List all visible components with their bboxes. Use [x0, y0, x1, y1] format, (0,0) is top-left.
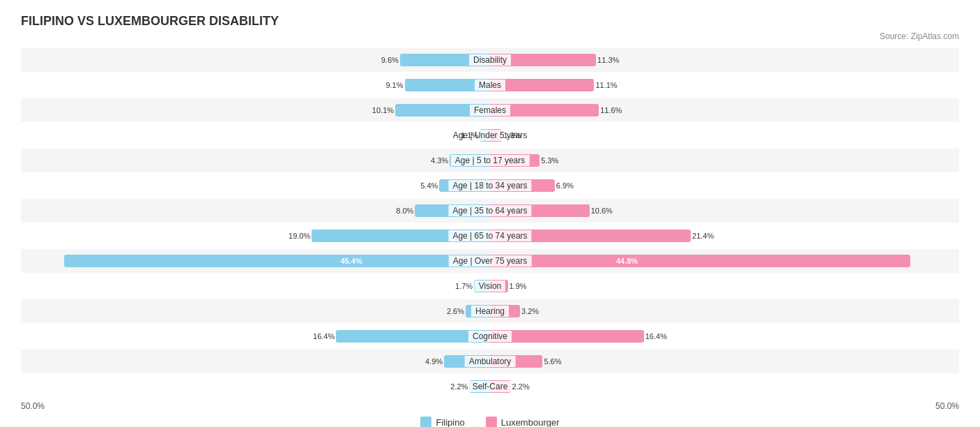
chart-row: Age | Under 5 years1.1%1.3%: [21, 123, 959, 147]
source-label: Source: ZipAtlas.com: [21, 31, 959, 41]
bar-right: [490, 129, 502, 142]
chart-row: Vision1.7%1.9%: [21, 274, 959, 298]
bar-left: [474, 280, 490, 292]
value-right: 3.2%: [521, 307, 539, 315]
bar-left: [64, 255, 490, 267]
bar-left: [469, 380, 490, 393]
legend-item-filipino: Filipino: [420, 417, 464, 427]
bar-right: [490, 330, 644, 343]
chart-row: Ambulatory4.9%5.6%: [21, 350, 959, 373]
bar-right: [490, 154, 539, 167]
value-left: 8.0%: [396, 207, 413, 215]
value-left: 45.4%: [340, 257, 362, 265]
value-left: 5.4%: [420, 181, 438, 190]
bar-left: [466, 305, 490, 317]
value-left: 2.6%: [447, 307, 464, 315]
chart-row: Females10.1%11.6%: [21, 98, 959, 122]
bar-right: [490, 104, 599, 117]
chart-row: Age | 18 to 34 years5.4%6.9%: [21, 174, 959, 197]
value-right: 5.3%: [541, 156, 558, 165]
chart-row: Age | 35 to 64 years8.0%10.6%: [21, 199, 959, 223]
value-right: 1.3%: [503, 131, 521, 140]
legend-label-luxembourger: Luxembourger: [501, 417, 560, 428]
chart-row: Males9.1%11.1%: [21, 73, 959, 97]
value-right: 6.9%: [556, 181, 574, 190]
axis-left-label: 50.0%: [21, 401, 45, 411]
value-left: 2.2%: [450, 382, 468, 391]
bar-left: [400, 54, 490, 66]
value-left: 4.3%: [431, 156, 448, 165]
chart-row: Age | Over 75 years45.4%44.8%: [21, 249, 959, 273]
value-right: 16.4%: [645, 332, 667, 340]
value-left: 9.6%: [381, 56, 399, 64]
value-right: 2.2%: [512, 382, 530, 391]
bar-left: [450, 154, 490, 167]
bar-left: [415, 204, 490, 217]
bar-right: [490, 280, 508, 292]
bar-right: [490, 54, 596, 66]
bar-left: [439, 179, 490, 192]
bar-left: [336, 330, 490, 343]
value-right: 10.6%: [591, 207, 613, 215]
bar-right: [490, 79, 594, 91]
bar-right: [490, 255, 910, 267]
value-right: 21.4%: [692, 232, 714, 240]
legend-label-filipino: Filipino: [436, 417, 464, 428]
bar-left: [405, 79, 490, 91]
value-left: 16.4%: [313, 332, 335, 340]
value-left: 1.1%: [461, 131, 478, 140]
value-left: 1.7%: [455, 282, 473, 290]
bar-left: [395, 104, 490, 117]
chart-row: Age | 5 to 17 years4.3%5.3%: [21, 149, 959, 172]
bar-right: [490, 305, 520, 317]
chart-container: Disability9.6%11.3%Males9.1%11.1%Females…: [21, 48, 959, 398]
bar-left: [312, 230, 490, 242]
bar-left: [480, 129, 490, 142]
chart-row: Cognitive16.4%16.4%: [21, 324, 959, 348]
bar-right: [490, 355, 542, 368]
value-left: 9.1%: [385, 81, 403, 89]
chart-row: Self-Care2.2%2.2%: [21, 375, 959, 398]
legend-box-luxembourger: [486, 417, 497, 427]
value-left: 10.1%: [372, 106, 394, 114]
value-left: 4.9%: [425, 357, 443, 366]
value-right: 5.6%: [544, 357, 561, 366]
bar-right: [490, 204, 590, 217]
value-right: 11.3%: [597, 56, 619, 64]
bar-right: [490, 380, 511, 393]
value-right: 44.8%: [616, 257, 638, 265]
value-right: 11.6%: [600, 106, 622, 114]
axis-right-label: 50.0%: [935, 401, 959, 411]
value-right: 11.1%: [595, 81, 617, 89]
axis-labels: 50.0% 50.0%: [21, 401, 959, 411]
bar-right: [490, 179, 555, 192]
value-left: 19.0%: [289, 232, 310, 240]
bar-left: [444, 355, 490, 368]
chart-row: Disability9.6%11.3%: [21, 48, 959, 72]
bar-right: [490, 230, 691, 242]
chart-title: FILIPINO VS LUXEMBOURGER DISABILITY: [21, 14, 959, 29]
value-right: 1.9%: [510, 282, 527, 290]
legend-item-luxembourger: Luxembourger: [486, 417, 560, 427]
chart-row: Age | 65 to 74 years19.0%21.4%: [21, 224, 959, 248]
legend: Filipino Luxembourger: [21, 417, 959, 427]
chart-row: Hearing2.6%3.2%: [21, 299, 959, 323]
legend-box-filipino: [420, 417, 431, 427]
